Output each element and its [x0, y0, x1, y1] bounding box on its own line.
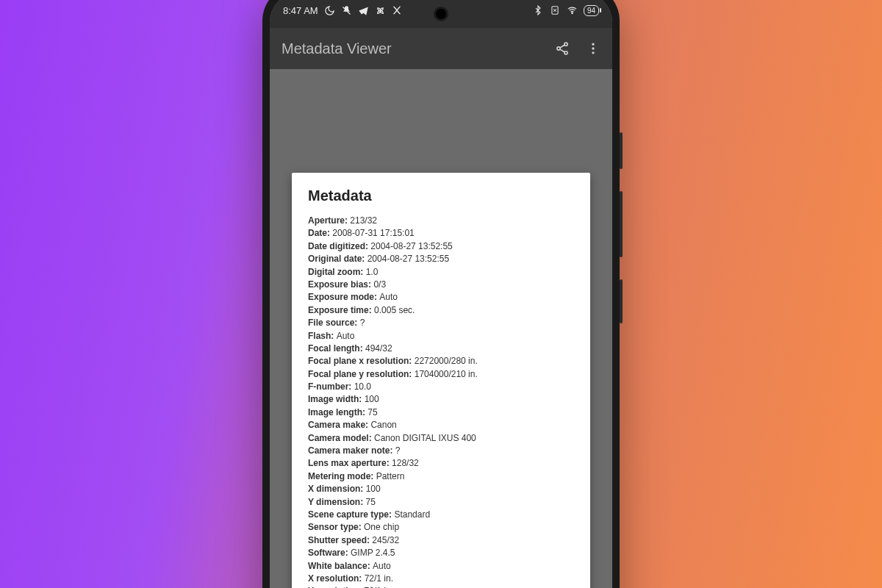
metadata-label: Camera maker note: [308, 445, 395, 456]
metadata-row: Image length: 75 [308, 406, 574, 419]
metadata-row: Camera model: Canon DIGITAL IXUS 400 [308, 432, 574, 445]
metadata-label: Aperture: [308, 215, 350, 226]
metadata-label: Y dimension: [308, 497, 365, 507]
metadata-value: Auto [373, 561, 391, 571]
metadata-value: 0.005 sec. [374, 305, 415, 315]
metadata-label: Flash: [308, 331, 337, 341]
metadata-value: 100 [366, 484, 381, 494]
metadata-row: Y resolution: 72/1 in. [308, 585, 574, 588]
metadata-label: File source: [308, 318, 360, 328]
metadata-value: 75 [368, 407, 377, 417]
metadata-label: Software: [308, 548, 351, 558]
metadata-value: 2004-08-27 13:52:55 [368, 254, 449, 264]
metadata-label: Camera make: [308, 420, 370, 430]
metadata-label: Focal plane y resolution: [308, 369, 415, 379]
metadata-value: Canon [370, 420, 396, 430]
metadata-value: ? [395, 445, 401, 456]
metadata-row: X resolution: 72/1 in. [308, 573, 574, 585]
metadata-value: Auto [379, 292, 398, 302]
metadata-value: Auto [337, 331, 355, 341]
metadata-label: Exposure mode: [308, 292, 379, 302]
metadata-row: White balance: Auto [308, 560, 574, 573]
metadata-row: X dimension: 100 [308, 483, 574, 495]
metadata-dialog[interactable]: Metadata Aperture: 213/32Date: 2008-07-3… [292, 173, 590, 588]
dialog-title: Metadata [308, 187, 574, 204]
metadata-row: Camera make: Canon [308, 419, 574, 431]
metadata-label: Date digitized: [308, 241, 370, 251]
metadata-row: Focal plane x resolution: 2272000/280 in… [308, 355, 574, 368]
metadata-value: ? [360, 318, 365, 328]
metadata-row: Y dimension: 75 [308, 496, 574, 509]
metadata-row: Flash: Auto [308, 330, 574, 343]
metadata-value: 0/3 [373, 279, 386, 290]
gradient-background: 8:47 AM [0, 0, 882, 588]
metadata-row: Image width: 100 [308, 393, 574, 406]
metadata-label: Exposure bias: [308, 279, 373, 290]
metadata-label: Camera model: [308, 433, 374, 443]
metadata-row: Lens max aperture: 128/32 [308, 457, 574, 470]
metadata-row: Sensor type: One chip [308, 521, 574, 534]
metadata-row: Metering mode: Pattern [308, 470, 574, 483]
metadata-label: Image width: [308, 394, 365, 404]
metadata-row: Scene capture type: Standard [308, 509, 574, 521]
phone-side-button [620, 191, 623, 257]
metadata-label: Shutter speed: [308, 535, 372, 545]
metadata-value: 72/1 in. [365, 573, 393, 584]
metadata-row: Digital zoom: 1.0 [308, 266, 574, 279]
metadata-label: X resolution: [308, 573, 365, 584]
metadata-value: 213/32 [350, 215, 377, 226]
metadata-label: X dimension: [308, 484, 366, 494]
metadata-label: Exposure time: [308, 305, 374, 315]
metadata-row: F-number: 10.0 [308, 381, 574, 393]
phone-side-button [620, 132, 623, 169]
metadata-value: Pattern [376, 471, 405, 481]
metadata-value: GIMP 2.4.5 [351, 548, 395, 558]
metadata-value: 1.0 [366, 267, 379, 277]
phone-side-button [620, 279, 623, 323]
metadata-label: White balance: [308, 561, 373, 571]
metadata-label: Original date: [308, 254, 368, 264]
metadata-label: Focal plane x resolution: [308, 356, 415, 366]
metadata-row: Original date: 2004-08-27 13:52:55 [308, 253, 574, 265]
metadata-value: 245/32 [372, 535, 399, 545]
metadata-row: File source: ? [308, 317, 574, 329]
metadata-row: Exposure bias: 0/3 [308, 279, 574, 291]
metadata-row: Exposure time: 0.005 sec. [308, 304, 574, 317]
metadata-label: Lens max aperture: [308, 458, 392, 468]
metadata-row: Aperture: 213/32 [308, 215, 574, 227]
metadata-value: 2004-08-27 13:52:55 [370, 241, 452, 251]
metadata-row: Exposure mode: Auto [308, 291, 574, 304]
metadata-value: 2008-07-31 17:15:01 [332, 228, 414, 238]
metadata-value: 75 [365, 497, 375, 507]
metadata-value: 100 [365, 394, 379, 404]
metadata-label: Date: [308, 228, 332, 238]
metadata-value: 128/32 [392, 458, 419, 468]
metadata-label: Image length: [308, 407, 368, 417]
metadata-row: Date digitized: 2004-08-27 13:52:55 [308, 240, 574, 253]
metadata-label: Scene capture type: [308, 509, 394, 520]
metadata-row: Date: 2008-07-31 17:15:01 [308, 227, 574, 240]
metadata-list: Aperture: 213/32Date: 2008-07-31 17:15:0… [308, 215, 574, 588]
metadata-row: Focal plane y resolution: 1704000/210 in… [308, 368, 574, 381]
metadata-row: Shutter speed: 245/32 [308, 534, 574, 547]
metadata-label: Digital zoom: [308, 267, 366, 277]
metadata-label: F-number: [308, 381, 354, 392]
metadata-value: 2272000/280 in. [415, 356, 478, 366]
metadata-value: 494/32 [365, 343, 392, 354]
metadata-value: Standard [394, 509, 430, 520]
punch-hole-camera [436, 9, 446, 19]
metadata-value: Canon DIGITAL IXUS 400 [374, 433, 476, 443]
metadata-value: One chip [364, 522, 399, 532]
metadata-label: Focal length: [308, 343, 365, 354]
phone-screen: 8:47 AM [270, 0, 612, 588]
metadata-label: Sensor type: [308, 522, 364, 532]
metadata-label: Metering mode: [308, 471, 376, 481]
metadata-row: Camera maker note: ? [308, 445, 574, 457]
metadata-row: Focal length: 494/32 [308, 343, 574, 355]
metadata-row: Software: GIMP 2.4.5 [308, 547, 574, 559]
phone-frame: 8:47 AM [262, 0, 620, 588]
metadata-value: 10.0 [354, 381, 371, 392]
metadata-value: 1704000/210 in. [415, 369, 478, 379]
